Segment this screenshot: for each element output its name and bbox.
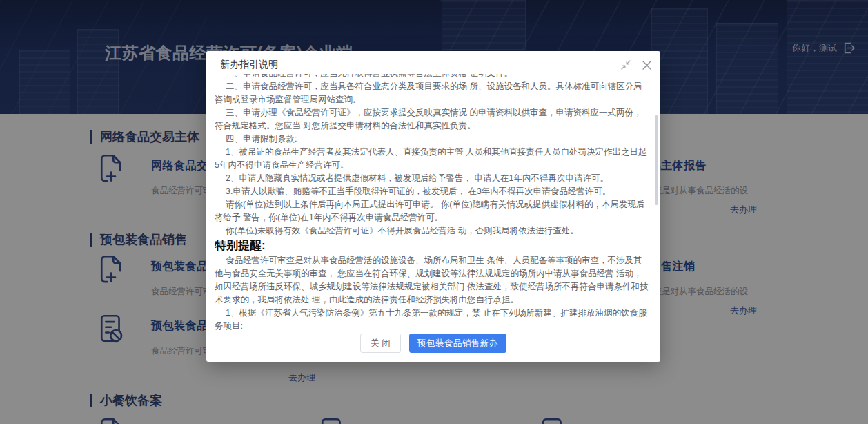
- guide-paragraph: 1、根据《江苏省大气污染防治条例》第五十九条第一款的规定，禁 止在下列场所新建、…: [215, 307, 649, 333]
- guide-paragraph: 四、申请限制条款:: [215, 133, 649, 146]
- guide-text: 一、申请食品经营许可，应当先行取得营业执照等合法主体资格 证明文件。 二、申请食…: [215, 74, 649, 334]
- dialog-footer: 关 闭 预包装食品销售新办: [206, 334, 660, 354]
- guide-paragraph: 食品经营许可审查是对从事食品经营活的设施设备、场所布局和卫生 条件、人员配备等事…: [215, 254, 649, 307]
- dialog-header: 新办指引说明: [206, 51, 660, 74]
- guide-paragraph: 二、申请食品经营许可，应当具备符合业态分类及项目要求的场 所、设施设备和人员。具…: [215, 80, 649, 106]
- guide-paragraph: 三、申请办理《食品经营许可证》，应按要求提交反映真实情况 的申请资料以供审查，申…: [215, 106, 649, 133]
- prepackaged-new-apply-button[interactable]: 预包装食品销售新办: [409, 334, 506, 354]
- dialog-title: 新办指引说明: [220, 59, 278, 71]
- dialog-scroll-area[interactable]: 一、申请食品经营许可，应当先行取得营业执照等合法主体资格 证明文件。 二、申请食…: [215, 74, 649, 334]
- guide-paragraph: 1、被吊证的食品生产经营者及其法定代表人、直接负责的主管 人员和其他直接责任人员…: [215, 146, 649, 172]
- guide-paragraph: 一、申请食品经营许可，应当先行取得营业执照等合法主体资格 证明文件。: [215, 74, 649, 80]
- guide-paragraph: 3.申请人以欺骗、贿赂等不正当手段取得许可证的，被发现后， 在3年内不得再次申请…: [215, 185, 649, 198]
- guide-paragraph: 请你(单位)达到以上条件后再向本局正式提出许可申请。 你(单位)隐瞒有关情况或提…: [215, 198, 649, 224]
- guide-paragraph: 你(单位)未取得有效《食品经营许可证》不得开展食品经营活 动，否则我局将依法进行…: [215, 224, 649, 238]
- special-notice-heading: 特别提醒:: [215, 238, 649, 254]
- compress-icon[interactable]: [620, 59, 631, 70]
- close-button[interactable]: 关 闭: [360, 334, 400, 354]
- guide-dialog: 新办指引说明 一、申请食品经营许可，应当先行取得营业执照等合法主体资格 证明文件…: [206, 51, 660, 362]
- guide-paragraph: 2、申请人隐藏真实情况或者提供虚假材料，被发现后给予警告， 申请人在1年内不得再…: [215, 172, 649, 185]
- close-icon[interactable]: [641, 59, 652, 70]
- scrollbar-thumb[interactable]: [655, 115, 658, 205]
- page: 江苏省食品经营许可(备案)企业端 你好，测试 网络食品交易主体 网络食品交易主体…: [0, 0, 868, 424]
